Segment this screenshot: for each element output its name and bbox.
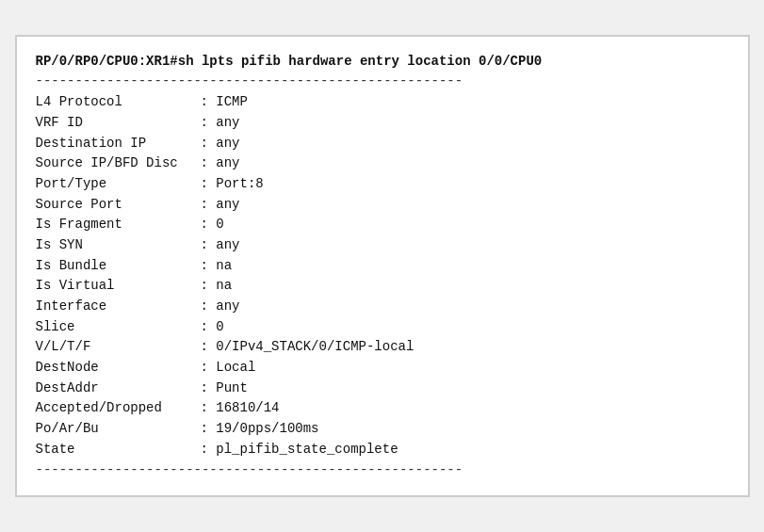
row-label: Source Port: [36, 195, 201, 216]
row-label: Po/Ar/Bu: [36, 419, 201, 440]
row-label: VRF ID: [36, 113, 201, 134]
table-row: Port/Type: Port:8: [36, 174, 729, 195]
divider-top: ----------------------------------------…: [36, 72, 729, 92]
row-label: Source IP/BFD Disc: [36, 153, 201, 174]
row-value: : any: [201, 195, 240, 216]
divider-top-text: ----------------------------------------…: [36, 72, 463, 92]
row-label: DestAddr: [36, 379, 201, 399]
terminal-output: RP/0/RP0/CPU0:XR1#sh lpts pifib hardware…: [15, 35, 750, 497]
row-value: : ICMP: [201, 92, 248, 113]
row-label: Is Fragment: [36, 215, 201, 235]
row-label: V/L/T/F: [36, 337, 201, 358]
row-label: Interface: [36, 297, 201, 317]
command-line: RP/0/RP0/CPU0:XR1#sh lpts pifib hardware…: [36, 52, 729, 73]
data-rows: L4 Protocol: ICMPVRF ID: anyDestination …: [36, 92, 729, 459]
table-row: Source Port: any: [36, 195, 729, 216]
table-row: Source IP/BFD Disc: any: [36, 153, 729, 174]
table-row: Destination IP: any: [36, 134, 729, 154]
row-value: : Local: [201, 358, 256, 379]
divider-bottom-text: ----------------------------------------…: [36, 460, 463, 481]
row-label: Port/Type: [36, 174, 201, 195]
row-label: Destination IP: [36, 134, 201, 154]
table-row: Is Fragment: 0: [36, 215, 729, 235]
row-label: DestNode: [36, 358, 201, 379]
row-label: Is SYN: [36, 235, 201, 256]
table-row: Interface: any: [36, 297, 729, 317]
table-row: V/L/T/F: 0/IPv4_STACK/0/ICMP-local: [36, 337, 729, 358]
row-label: Accepted/Dropped: [36, 398, 201, 419]
row-value: : 16810/14: [201, 398, 280, 419]
row-value: : any: [201, 134, 240, 154]
divider-bottom: ----------------------------------------…: [36, 460, 729, 481]
row-label: Is Virtual: [36, 276, 201, 297]
command-text: RP/0/RP0/CPU0:XR1#sh lpts pifib hardware…: [36, 52, 543, 73]
row-value: : pl_pifib_state_complete: [201, 440, 398, 460]
table-row: State: pl_pifib_state_complete: [36, 440, 729, 460]
row-value: : 0/IPv4_STACK/0/ICMP-local: [201, 337, 415, 358]
row-value: : any: [201, 153, 240, 174]
table-row: DestNode: Local: [36, 358, 729, 379]
row-value: : 19/0pps/100ms: [201, 419, 319, 440]
table-row: Slice: 0: [36, 317, 729, 338]
table-row: VRF ID: any: [36, 113, 729, 134]
row-value: : Port:8: [201, 174, 264, 195]
table-row: Accepted/Dropped: 16810/14: [36, 398, 729, 419]
table-row: DestAddr: Punt: [36, 379, 729, 399]
row-value: : 0: [201, 317, 224, 338]
table-row: Is Virtual: na: [36, 276, 729, 297]
row-value: : Punt: [201, 379, 248, 399]
row-value: : any: [201, 235, 240, 256]
table-row: Po/Ar/Bu: 19/0pps/100ms: [36, 419, 729, 440]
row-value: : any: [201, 297, 240, 317]
row-label: Is Bundle: [36, 256, 201, 277]
row-value: : 0: [201, 215, 224, 235]
row-value: : any: [201, 113, 240, 134]
row-value: : na: [201, 256, 233, 277]
row-label: L4 Protocol: [36, 92, 201, 113]
row-label: Slice: [36, 317, 201, 338]
table-row: L4 Protocol: ICMP: [36, 92, 729, 113]
table-row: Is SYN: any: [36, 235, 729, 256]
row-value: : na: [201, 276, 233, 297]
row-label: State: [36, 440, 201, 460]
table-row: Is Bundle: na: [36, 256, 729, 277]
